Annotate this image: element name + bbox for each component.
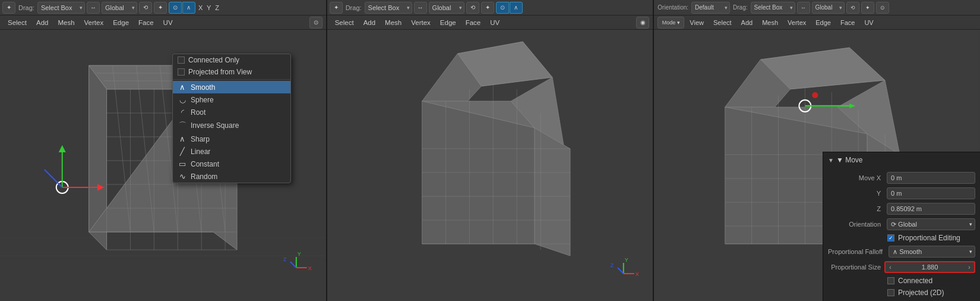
svg-marker-46 [535,128,570,256]
right-transform-icon[interactable]: ↔ [797,2,810,14]
props-projected-row[interactable]: Projected (2D) [828,287,975,299]
props-size-control[interactable]: ‹ 1.880 › [884,261,975,273]
middle-viewport[interactable]: X Y Z [327,30,653,301]
svg-text:Z: Z [283,256,287,262]
left-menu-mesh[interactable]: Mesh [53,18,78,27]
mid-transform-icon[interactable]: ↔ [414,2,427,14]
left-proportional-btn[interactable]: ⊙ [169,2,182,14]
right-icon2[interactable]: ⊙ [876,2,889,14]
mid-menu-select[interactable]: Select [331,18,358,27]
right-menu-add[interactable]: Add [737,18,757,27]
linear-icon: ╱ [178,147,187,156]
right-menu-mesh[interactable]: Mesh [758,18,782,27]
mid-global-dropdown[interactable]: Global [429,2,464,14]
left-menu-vertex[interactable]: Vertex [80,18,108,27]
right-mode-dropdown[interactable]: Mode ▾ [657,17,684,29]
mid-snap-icon[interactable]: ⟲ [466,2,479,14]
left-proportional-type-btn[interactable]: ∧ [182,2,195,14]
falloff-sphere-item[interactable]: ◡ Sphere [173,93,290,106]
smooth-icon: ∧ [178,83,187,92]
svg-text:Y: Y [298,251,301,257]
right-global-dropdown[interactable]: Global [812,2,845,14]
props-falloff-dropdown[interactable]: ∧ Smooth [889,246,975,258]
right-select-box-dropdown[interactable]: Select Box [751,2,795,14]
props-orientation-label: Orientation [828,221,884,228]
mid-select-box-dropdown[interactable]: Select Box [365,2,412,14]
mid-menu-vertex[interactable]: Vertex [407,18,435,27]
right-menu-face[interactable]: Face [836,18,859,27]
mid-menu-add[interactable]: Add [359,18,380,27]
mid-menu-face[interactable]: Face [461,18,485,27]
falloff-constant-item[interactable]: ▭ Constant [173,158,290,170]
props-connected-row[interactable]: Connected [828,275,975,287]
right-snap-icon[interactable]: ⟲ [846,2,859,14]
falloff-sharp-item[interactable]: ∧ Sharp [173,133,290,145]
sphere-label: Sphere [191,96,214,104]
left-select-box-dropdown[interactable]: Select Box [37,2,85,14]
props-proportional-editing-checkbox[interactable]: ✓ [887,234,894,242]
right-default-dropdown[interactable]: Default [691,2,730,14]
props-move-y-value[interactable]: 0 m [887,187,975,199]
connected-only-label: Connected Only [188,56,239,64]
main-panels-container: ✦ Drag: Select Box ↔ Global ⟲ ✦ ⊙ ∧ X Y … [0,0,980,301]
proportional-falloff-menu[interactable]: Connected Only Projected from View ∧ Smo… [172,54,291,183]
falloff-smooth-item[interactable]: ∧ Smooth [173,81,290,93]
props-move-arrow: ▼ [828,157,834,164]
mid-viewport-shading-icon[interactable]: ◉ [636,17,649,29]
props-move-x-value[interactable]: 0 m [887,172,975,184]
projected-view-checkbox[interactable] [178,68,185,76]
mid-proportional-type-btn[interactable]: ∧ [510,2,523,14]
props-projected-checkbox[interactable] [887,289,894,296]
left-global-dropdown[interactable]: Global [102,2,137,14]
props-proportional-editing-row[interactable]: ✓ Proportional Editing [828,232,975,244]
props-connected-checkbox[interactable] [887,277,894,284]
left-menu-uv[interactable]: UV [159,18,177,27]
right-panel: Orientation: Default Drag: Select Box ↔ … [654,0,980,301]
connected-only-item[interactable]: Connected Only [173,54,290,66]
falloff-random-item[interactable]: ∿ Random [173,170,290,183]
left-transform-icon[interactable]: ↔ [87,2,100,14]
right-menu-view[interactable]: View [685,18,708,27]
left-viewport[interactable]: X Y Z Connected Only Projected from View… [0,30,326,301]
left-mode-icon[interactable]: ✦ [2,2,15,14]
right-menu-uv[interactable]: UV [860,18,877,27]
left-menubar: Select Add Mesh Vertex Edge Face UV ⊙ [0,15,326,30]
root-icon: ◜ [178,108,187,117]
left-magnet-icon[interactable]: ✦ [154,2,167,14]
props-size-increase[interactable]: › [965,262,974,272]
mid-magnet-icon[interactable]: ✦ [481,2,494,14]
sharp-icon: ∧ [178,134,187,143]
right-menu-select[interactable]: Select [709,18,736,27]
svg-text:X: X [308,265,312,271]
projected-view-item[interactable]: Projected from View [173,66,290,78]
mid-mode-icon[interactable]: ✦ [330,2,343,14]
left-viewport-overlay-icon[interactable]: ⊙ [309,17,323,29]
left-menu-add[interactable]: Add [32,18,52,27]
middle-menubar: Select Add Mesh Vertex Edge Face UV ◉ [327,15,653,30]
mid-proportional-btn[interactable]: ⊙ [496,2,509,14]
props-orientation-dropdown[interactable]: ⟳ Global [887,218,975,230]
props-move-z-value[interactable]: 0.85092 m [887,203,975,215]
random-label: Random [191,173,217,181]
middle-panel: ✦ Drag: Select Box ↔ Global ⟲ ✦ ⊙ ∧ Sele… [327,0,655,301]
props-move-z-row: Z 0.85092 m [828,201,975,217]
mid-menu-edge[interactable]: Edge [436,18,460,27]
left-menu-edge[interactable]: Edge [109,18,133,27]
right-menu-vertex[interactable]: Vertex [783,18,810,27]
left-xyz-label: X Y Z [197,4,222,11]
mid-menu-uv[interactable]: UV [486,18,504,27]
left-snap-icon[interactable]: ⟲ [139,2,152,14]
mid-menu-mesh[interactable]: Mesh [381,18,406,27]
falloff-root-item[interactable]: ◜ Root [173,106,290,118]
left-menu-select[interactable]: Select [4,18,31,27]
sharp-label: Sharp [191,135,210,143]
right-icon1[interactable]: ✦ [861,2,874,14]
mid-drag-label: Drag: [344,4,363,11]
left-menu-face[interactable]: Face [134,18,158,27]
props-size-decrease[interactable]: ‹ [886,262,895,272]
inverse-square-label: Inverse Square [191,121,239,130]
right-menu-edge[interactable]: Edge [811,18,835,27]
connected-only-checkbox[interactable] [178,57,185,64]
falloff-inverse-square-item[interactable]: ⌒ Inverse Square [173,118,290,133]
falloff-linear-item[interactable]: ╱ Linear [173,145,290,158]
